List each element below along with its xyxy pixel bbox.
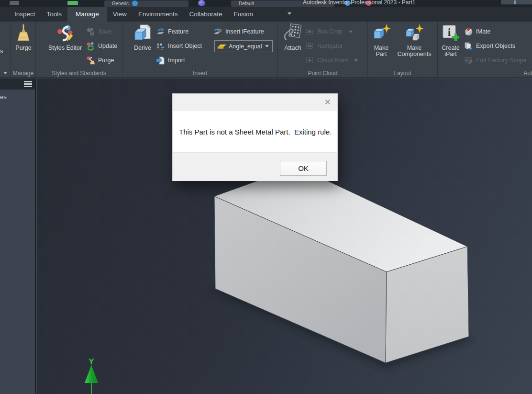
ribbon-display-caret-icon[interactable] bbox=[288, 12, 291, 15]
ribbon-group-cutoff: s bbox=[0, 22, 11, 78]
qat-icon-fragment-2[interactable] bbox=[67, 1, 78, 5]
styles-purge-label: Purge bbox=[98, 57, 114, 64]
browser-panel: es bbox=[0, 79, 36, 394]
ribbon-group-styles: Styles Editor Save Update Purge bbox=[36, 22, 122, 78]
qat-appearance-sphere-icon[interactable] bbox=[198, 0, 205, 6]
make-components-label: MakeComponents bbox=[398, 45, 432, 57]
layout-group-label[interactable]: Layout bbox=[368, 70, 437, 77]
browser-tree-text-fragment: es bbox=[0, 93, 7, 101]
imate-label: iMate bbox=[476, 28, 491, 35]
search-box-fragment[interactable] bbox=[501, 0, 532, 5]
point-cloud-group-label[interactable]: Point Cloud bbox=[278, 70, 367, 77]
dialog-titlebar[interactable]: ✕ bbox=[173, 94, 337, 111]
create-ipart-button[interactable]: i CreateiPart bbox=[439, 23, 463, 57]
insert-ifeature-label: Insert iFeature bbox=[225, 28, 264, 35]
feature-label: Feature bbox=[168, 28, 188, 35]
ribbon-group-manage: Purge Manage bbox=[11, 22, 36, 78]
navigator-label: Navigator bbox=[317, 43, 343, 49]
ribbon-group-author: i CreateiPart iMate Export Objects bbox=[438, 22, 532, 78]
navigator-icon bbox=[305, 42, 314, 51]
ribbon: s Purge Manage Styles Editor bbox=[0, 22, 532, 78]
dialog-footer: OK bbox=[173, 152, 337, 181]
tab-environments[interactable]: Environments bbox=[133, 7, 184, 22]
styles-purge-button[interactable]: Purge bbox=[86, 53, 122, 68]
manage-group-label[interactable]: Manage bbox=[11, 70, 35, 77]
styles-editor-icon bbox=[55, 23, 75, 44]
import-label: Import bbox=[168, 57, 185, 64]
make-part-icon bbox=[372, 23, 391, 44]
export-objects-button[interactable]: Export Objects bbox=[464, 39, 532, 53]
edit-factory-scope-button: Edit Factory Scope bbox=[464, 53, 532, 68]
tab-collaborate[interactable]: Collaborate bbox=[183, 7, 228, 22]
titlebar: Generic Default Autodesk Inventor Profes… bbox=[0, 0, 532, 7]
hamburger-menu-icon[interactable] bbox=[24, 81, 32, 87]
attach-label: Attach bbox=[284, 45, 301, 51]
make-part-button[interactable]: MakePart bbox=[370, 23, 393, 57]
angle-profile-icon bbox=[217, 42, 227, 51]
qat-icon-fragment-3[interactable] bbox=[132, 0, 138, 6]
styles-update-button[interactable]: Update bbox=[86, 39, 122, 53]
ribbon-tabbar: Inspect Tools Manage View Environments C… bbox=[0, 7, 532, 22]
inventor-app-window: Generic Default Autodesk Inventor Profes… bbox=[0, 0, 532, 394]
insert-object-label: Insert Object bbox=[168, 43, 202, 49]
ribbon-group-point-cloud: Attach Box Crop Navigator Cl bbox=[278, 22, 368, 78]
import-button[interactable]: Import bbox=[156, 53, 212, 68]
author-group-label[interactable]: Author bbox=[438, 70, 532, 77]
imate-icon bbox=[464, 27, 473, 36]
box-crop-label: Box Crop bbox=[317, 28, 342, 35]
styles-editor-button[interactable]: Styles Editor bbox=[40, 23, 90, 51]
styles-save-icon bbox=[86, 27, 95, 36]
insert-group-label[interactable]: Insert bbox=[122, 70, 277, 77]
group-dropdown-caret-icon bbox=[3, 72, 7, 74]
box-crop-button: Box Crop bbox=[305, 24, 366, 39]
purge-button[interactable]: Purge bbox=[12, 23, 34, 51]
create-ipart-label: CreateiPart bbox=[442, 45, 460, 57]
purge-button-label: Purge bbox=[15, 45, 31, 51]
ribbon-group-layout: MakePart MakeComponents Layout bbox=[368, 22, 438, 78]
ok-button[interactable]: OK bbox=[280, 161, 327, 176]
insert-object-icon bbox=[156, 42, 165, 51]
make-components-button[interactable]: MakeComponents bbox=[393, 23, 436, 57]
export-objects-icon bbox=[464, 42, 473, 51]
attach-button[interactable]: Attach bbox=[281, 23, 305, 51]
edit-factory-scope-icon bbox=[464, 56, 473, 65]
svg-text:i: i bbox=[448, 26, 451, 38]
styles-save-button: Save bbox=[86, 24, 122, 39]
close-icon[interactable]: ✕ bbox=[324, 97, 331, 107]
derive-label: Derive bbox=[134, 45, 151, 51]
styles-purge-icon bbox=[86, 56, 95, 65]
imate-button[interactable]: iMate bbox=[464, 24, 532, 39]
cutoff-group-caret[interactable] bbox=[0, 69, 11, 77]
insert-ifeature-button[interactable]: Insert iFeature bbox=[213, 24, 277, 39]
tab-tools[interactable]: Tools bbox=[41, 7, 68, 22]
import-icon bbox=[156, 56, 165, 65]
export-objects-label: Export Objects bbox=[476, 43, 515, 49]
derive-icon bbox=[133, 23, 152, 44]
insert-object-button[interactable]: Insert Object bbox=[156, 39, 212, 53]
styles-update-label: Update bbox=[98, 43, 117, 49]
tab-fusion[interactable]: Fusion bbox=[228, 7, 259, 22]
tab-inspect[interactable]: Inspect bbox=[9, 7, 41, 22]
cloud-point-label: Cloud Point bbox=[317, 57, 348, 64]
cloud-point-caret-icon bbox=[354, 59, 358, 62]
insert-ifeature-icon bbox=[213, 27, 222, 36]
cloud-point-icon bbox=[305, 56, 314, 65]
feature-icon bbox=[156, 27, 165, 36]
ribbon-group-insert: Derive Feature Insert Object Import bbox=[122, 22, 278, 78]
dialog-message: This Part is not a Sheet Metal Part. Exi… bbox=[173, 128, 332, 136]
styles-update-icon bbox=[86, 42, 95, 51]
qat-icon-fragment-1[interactable] bbox=[10, 1, 19, 5]
rule-message-dialog: ✕ This Part is not a Sheet Metal Part. E… bbox=[172, 93, 338, 181]
window-title: Autodesk Inventor Professional 2023 - Pa… bbox=[303, 0, 442, 6]
purge-broom-icon bbox=[14, 23, 33, 44]
insert-feature-button[interactable]: Feature bbox=[156, 24, 212, 39]
derive-button[interactable]: Derive bbox=[130, 23, 155, 51]
tab-view[interactable]: View bbox=[107, 7, 133, 22]
tab-manage[interactable]: Manage bbox=[67, 7, 107, 22]
qat-material-dropdown[interactable]: Generic bbox=[104, 0, 188, 7]
box-crop-caret-icon bbox=[349, 31, 353, 33]
make-components-icon bbox=[405, 23, 424, 44]
frame-member-combo[interactable]: Angle_equal bbox=[214, 40, 273, 52]
navigator-button: Navigator bbox=[305, 39, 366, 53]
styles-group-label[interactable]: Styles and Standards bbox=[36, 70, 122, 77]
